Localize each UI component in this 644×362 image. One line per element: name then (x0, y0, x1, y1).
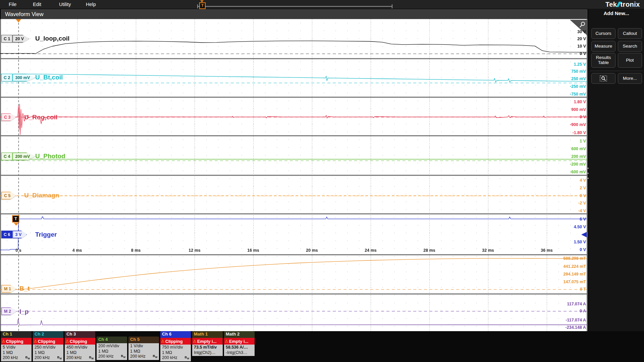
axis-label-m1: 588.298 mT (564, 256, 586, 261)
menu-item-utility[interactable]: Utility (56, 0, 74, 9)
channel-badge-c3[interactable]: C 3 (1, 113, 16, 121)
axis-label-c6: 0 V (580, 247, 586, 252)
axis-label-c3: -1.80 V (573, 130, 586, 135)
time-axis-label: 20 ms (306, 248, 318, 253)
channel-label-c5: U_Diamagn (24, 192, 59, 199)
magnifier-icon (579, 21, 586, 28)
warning-icon: ⚠ (225, 339, 228, 344)
trigger-level-arrow-icon[interactable] (581, 232, 587, 237)
badge-part: 20 V (12, 35, 29, 43)
strip-warning-banner: ⚠Empty i... (224, 338, 255, 345)
strip-setting-row: 250 mV/div (35, 345, 62, 350)
axis-label-m1: 0 T (580, 287, 586, 292)
strip-header: Ch 2 (33, 331, 63, 338)
measure-button[interactable]: Measure (591, 41, 615, 52)
menu-item-edit[interactable]: Edit (30, 0, 45, 9)
axis-label-c1: 20 V (577, 37, 586, 41)
strip-math-2[interactable]: Math 2⚠Empty i...58.536 A/…-Intg(Ch3… (224, 331, 255, 356)
strip-warning-text: Empty i... (197, 339, 217, 344)
badge-part: C 3 (1, 113, 16, 121)
bandwidth-limit-icon: BW (153, 353, 157, 360)
bandwidth-limit-icon: BW (57, 355, 62, 361)
strip-body: 450 mV/div1 MΩ200 kHzBW (65, 345, 95, 361)
strip-ch-6[interactable]: Ch 6⚠Clipping750 mV/div1 MΩ200 kHzBW (160, 331, 191, 361)
axis-label-c2: 750 mV (571, 69, 586, 74)
results-table-button[interactable]: Results Table (591, 53, 615, 68)
zoom-select-button[interactable] (591, 73, 615, 84)
strip-body: 5 V/div1 MΩ200 kHzBW (1, 345, 32, 361)
axis-label-c5: 4 V (580, 178, 586, 183)
channel-badge-m1[interactable]: M 1 (1, 285, 16, 293)
strip-ch-1[interactable]: Ch 1⚠Clipping5 V/div1 MΩ200 kHzBW (1, 331, 32, 361)
axis-label-c4: -200 mV (570, 162, 586, 167)
zoom-select-icon (599, 75, 607, 82)
bandwidth-limit-icon: BW (121, 353, 125, 360)
channel-label-c3: U_Rog,coil (24, 114, 57, 121)
strip-ch-2[interactable]: Ch 2⚠Clipping250 mV/div1 MΩ200 kHzBW (33, 331, 63, 361)
channel-badge-c1[interactable]: C 120 V (1, 35, 29, 43)
axis-label-m1: 294.149 mT (564, 272, 586, 277)
axis-label-m1: 147.075 mT (564, 280, 586, 284)
strip-ch-3[interactable]: Ch 3⚠Clipping450 mV/div1 MΩ200 kHzBW (65, 331, 95, 361)
strip-ch-5[interactable]: Ch 51 V/div1 MΩ200 kHzBW (128, 337, 159, 360)
time-axis-label: 32 ms (482, 248, 494, 253)
channel-badge-m2[interactable]: M 2 (1, 307, 16, 315)
axis-label-c3: 1.80 V (574, 100, 586, 104)
add-new-heading: Add New... (589, 9, 644, 16)
trigger-source-badge[interactable]: T (12, 215, 19, 223)
badge-part: 3 V (12, 231, 27, 238)
strip-setting-row: 73.5 mT/div (194, 345, 221, 350)
axis-label-c4: 600 mV (571, 146, 586, 151)
strip-setting-row: -Intg(Ch3… (226, 350, 253, 356)
time-axis-label: 28 ms (423, 248, 435, 253)
axis-label-c2: -250 mV (570, 84, 586, 89)
strip-setting-row: 200 mV/div (98, 344, 126, 349)
search-button[interactable]: Search (618, 41, 642, 52)
strip-setting-row: 58.536 A/… (226, 345, 253, 350)
horizontal-position-track[interactable] (197, 4, 392, 8)
badge-part: 300 mV (12, 74, 35, 81)
channel-label-c2: U_Bt,coil (35, 74, 63, 81)
axis-label-c3: 900 mV (571, 107, 586, 112)
badge-part: C 1 (1, 35, 12, 43)
strip-warning-text: Clipping (38, 339, 55, 344)
axis-label-m2: 0 A (580, 309, 586, 313)
strip-header: Math 1 (192, 331, 223, 338)
strip-warning-banner: ⚠Clipping (160, 338, 191, 345)
axis-label-c5: -2 V (578, 201, 586, 205)
plot-button[interactable]: Plot (618, 53, 642, 68)
strip-setting-row: 200 kHzBW (162, 355, 190, 361)
strip-warning-banner: ⚠Empty i... (192, 338, 223, 345)
strip-setting-row: 200 kHzBW (98, 354, 126, 359)
bandwidth-limit-icon: BW (185, 355, 189, 361)
menu-item-file[interactable]: File (5, 0, 20, 9)
strip-header: Math 2 (224, 331, 255, 338)
axis-label-c4: 200 mV (571, 154, 586, 159)
time-axis-label: 16 ms (247, 248, 259, 253)
axis-label-c3: -900 mV (570, 122, 586, 127)
time-axis-label: 8 ms (131, 248, 141, 253)
callout-button[interactable]: Callout (618, 28, 642, 39)
trigger-badge-triangle-icon (14, 223, 18, 226)
oscilloscope-app: FileEditUtilityHelp Tektronix Waveform V… (0, 0, 644, 362)
strip-math-1[interactable]: Math 1⚠Empty i...73.5 mT/divIntg(Ch2)… (192, 331, 223, 356)
more-button[interactable]: More... (618, 73, 642, 84)
channel-badge-c5[interactable]: C 5 (1, 192, 16, 199)
channel-badge-c2[interactable]: C 2300 mV (1, 74, 35, 81)
axis-label-c6: 6 V (580, 217, 586, 222)
badge-part: M 1 (1, 285, 16, 293)
right-sidebar: Add New... CursorsCalloutMeasureSearchRe… (589, 9, 644, 331)
trigger-position-pin-icon[interactable]: T (199, 2, 206, 9)
channel-badge-c4[interactable]: C 4200 mV (1, 153, 35, 160)
strip-warning-text: Clipping (165, 339, 183, 344)
axis-label-m1: 441.224 mT (564, 264, 586, 269)
menu-item-help[interactable]: Help (83, 0, 99, 9)
trigger-position-marker-icon[interactable] (16, 19, 21, 22)
axis-label-m2: -117.074 A (566, 318, 586, 322)
channel-badge-c6[interactable]: C 63 V (1, 231, 27, 238)
strip-warning-text: Clipping (6, 339, 23, 344)
cursors-button[interactable]: Cursors (591, 28, 615, 39)
badge-part: C 2 (1, 74, 12, 81)
strip-warning-banner: ⚠Clipping (33, 338, 63, 345)
strip-ch-4[interactable]: Ch 4200 mV/div1 MΩ200 kHzBW (97, 337, 127, 360)
